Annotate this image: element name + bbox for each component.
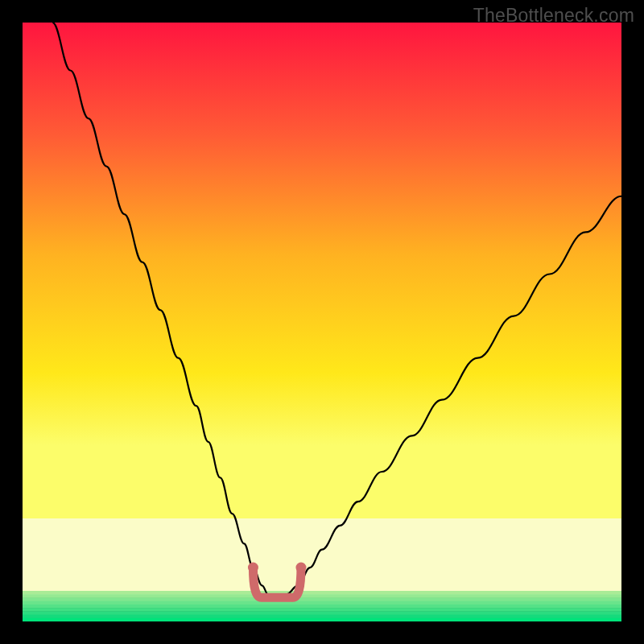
- svg-rect-0: [23, 591, 621, 595]
- svg-rect-5: [23, 608, 621, 612]
- bottleneck-chart: [23, 23, 621, 621]
- svg-rect-9: [23, 618, 621, 621]
- svg-rect-3: [23, 601, 621, 605]
- gradient-background: [23, 23, 621, 538]
- svg-point-11: [295, 563, 306, 573]
- svg-rect-4: [23, 605, 621, 609]
- pale-band: [23, 518, 621, 596]
- svg-rect-2: [23, 597, 621, 601]
- plot-area: [23, 23, 621, 621]
- svg-rect-6: [23, 611, 621, 615]
- svg-rect-1: [23, 594, 621, 598]
- chart-frame: TheBottleneck.com: [0, 0, 644, 644]
- svg-point-10: [248, 563, 258, 573]
- svg-rect-7: [23, 615, 621, 619]
- green-band: [23, 591, 621, 621]
